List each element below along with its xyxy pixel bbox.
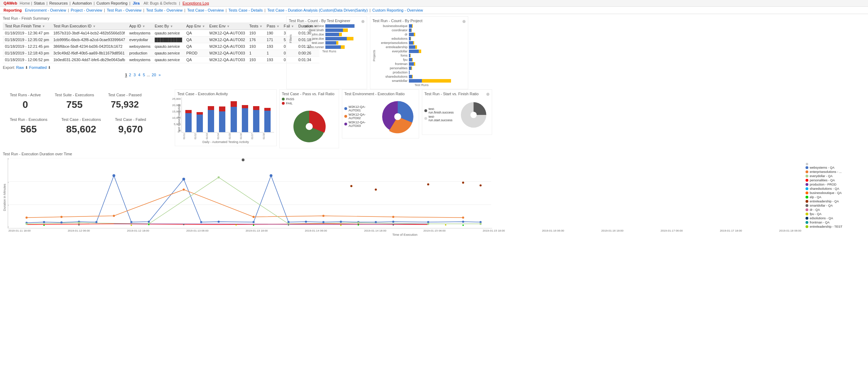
svg-point-39 [183,189,185,191]
cell-id: 1b0ed031-2630-4dd7-bfe6-db29e0643afb [51,57,127,63]
stat-test-suite-exec: Test Suite - Executions 755 [48,89,101,114]
cell-appid: websystems [127,57,153,63]
stat-test-case-passed: Test Case - Passed 75,932 [101,89,148,114]
cell-id: 3c9c49d2-f6df-40b5-aa69-8b11679d8561 [51,50,127,57]
nav-env-overview[interactable]: Environment - Overview [25,8,66,12]
engineer-bar-row: qaauto.service [294,24,365,28]
nav-automation[interactable]: Automation [72,1,92,5]
svg-point-41 [322,215,324,217]
exec-bar-group [251,106,261,132]
svg-point-21 [182,178,185,181]
page-3[interactable]: 3 [134,73,136,77]
cell-pass: 190 [265,30,281,37]
col-execby[interactable]: Exec By ▼ [153,22,184,30]
page-5[interactable]: 5 [143,73,145,77]
svg-point-56 [462,225,464,226]
export-row: Export: Raw ⬇ Formatted ⬇ [3,65,284,70]
nav-testsuite-overview[interactable]: Test Suite - Overview [146,8,183,12]
exceptions-link[interactable]: Exceptions Log [183,1,209,5]
engineer-bar-row: jane.doe [294,37,365,40]
col-id[interactable]: Test Run Execution ID ▼ [51,22,127,30]
nav-testrun-overview[interactable]: Test Run - Overview [107,8,141,12]
duration-legend-item: frontman - QA [806,221,865,224]
stat-passed-value: 75,932 [108,99,141,110]
svg-point-25 [270,174,272,177]
col-time[interactable]: Test Run Finish Time ▼ [3,22,51,30]
project-bar-row: edsolutions [377,37,466,40]
main-content: Test Run - Finish Summary Test Run Finis… [0,14,868,239]
page-current[interactable]: 1 [125,73,127,77]
start-finish-close[interactable]: ⊗ [486,92,490,97]
nav-resources[interactable]: Resources [49,1,68,5]
project-bars-container: businessboutique coordinator dr edsoluti… [377,24,466,83]
duration-legend-close[interactable]: ⊗ [806,162,808,166]
duration-legend-item: fpu - QA [806,212,865,216]
stat-test-runs-active: Test Runs - Active 0 [3,89,48,114]
duration-legend-item: everydollar - QA [806,174,865,178]
nav-custom-reporting-overview[interactable]: Custom Reporting - Overview [372,8,423,12]
project-chart: Test Run - Count - By Project ⊗ Projects… [370,16,468,89]
page-next[interactable]: » [159,73,161,77]
nav-tests-details[interactable]: Tests Case - Details [228,8,263,12]
exec-bar-group [206,106,216,132]
pass-dot [282,98,285,101]
col-appid[interactable]: App ID ▼ [127,22,153,30]
page-2[interactable]: 2 [129,73,131,77]
middle-row: Test Runs - Active 0 Test Suite - Execut… [3,89,865,148]
jira-link[interactable]: Jira [133,1,140,5]
exec-bar-group [228,101,239,132]
cell-tests: 193 [247,30,265,37]
cell-id: 386f6bce-5bdf-4234-bd36-042f31fc1672 [51,43,127,50]
cell-time: 01/18/2019 - 12:36:47 pm [3,30,51,37]
stat-test-case-failed: Test Case - Failed 9,670 [108,114,153,138]
stat-case-exec-value: 85,602 [61,124,101,135]
finish-dot [424,109,427,112]
col-appenv[interactable]: App Env ▼ [184,22,207,30]
nav-status[interactable]: Status [34,1,45,5]
export-formatted[interactable]: Formatted [29,65,47,70]
env-ratio-content: W2K12-QA-AUTO01 W2K12-QA-AUTO02 W2K12-QA… [344,97,417,136]
nav-testcase-duration[interactable]: Test Case - Duration Analysis (Custom|Da… [267,8,367,12]
env3-legend: W2K12-QA-AUTO03 [344,121,377,128]
svg-point-47 [218,176,220,179]
project-chart-close[interactable]: ⊗ [462,19,466,24]
cell-time: 01/18/2019 - 12:18:43 pm [3,50,51,57]
col-execenv[interactable]: Exec Env ▼ [207,22,247,30]
page-20[interactable]: 20 [152,73,156,77]
brand-link[interactable]: QAWeb [4,1,17,5]
env1-dot [344,107,347,110]
duration-legend: ⊗ websystems - QAenterprisesolutions - .… [806,158,865,236]
duration-legend-item: edsolutions - QA [806,216,865,220]
cell-execenv: W2K12-QA-AUTO02 [207,37,247,43]
duration-legend-item: elp - QA [806,195,865,199]
start-finish-panel: Test Run - Start vs. Finish Ratio ⊗ test… [422,89,492,135]
nav-testcase-overview[interactable]: Test Case - Overview [187,8,224,12]
nav-custom-reporting[interactable]: Custom Reporting [97,1,128,5]
col-pass[interactable]: Pass ▼ [265,22,281,30]
duration-legend-item: smartdollar - QA [806,204,865,207]
svg-text:0:00:00: 0:00:00 [8,225,8,228]
duration-legend-item: personalities - QA [806,179,865,182]
svg-point-19 [130,221,132,223]
svg-point-60 [392,224,394,226]
duration-legend-item: businessboutique - QA [806,191,865,195]
engineer-bar-row: auto.runner [294,45,365,49]
table-row: 01/18/2019 - 12:36:47 pm 1857b310-3bdf-4… [3,30,319,37]
stat-suite-label: Test Suite - Executions [55,93,94,97]
svg-point-59 [288,224,289,226]
engineer-chart-close[interactable]: ⊗ [361,19,365,24]
nav-project-overview[interactable]: Project - Overview [71,8,102,12]
cell-appid: websystems [127,43,153,50]
col-tests[interactable]: Tests ▼ [247,22,265,30]
page-4[interactable]: 4 [138,73,140,77]
export-raw[interactable]: Raw [16,65,24,70]
secondary-navigation: Reporting Environment - Overview | Proje… [0,7,868,14]
cell-execby: qaauto.service [153,43,184,50]
pagination: 1 2 3 4 5 ... 20 » [3,73,284,77]
engineer-bar-row: dave.smith [294,28,365,32]
cell-appenv: QA [184,43,207,50]
pass-fail-title: Test Case - Pass vs. Fail Ratio [282,92,337,96]
duration-chart-title: Test Run - Execution Duration over Time [3,152,865,156]
duration-svg: 0:25:00 0:16:40 0:08:20 0:00:00 [8,158,492,228]
env-ratio-panel: Test Environment - Execution Ratio W2K12… [342,89,419,138]
